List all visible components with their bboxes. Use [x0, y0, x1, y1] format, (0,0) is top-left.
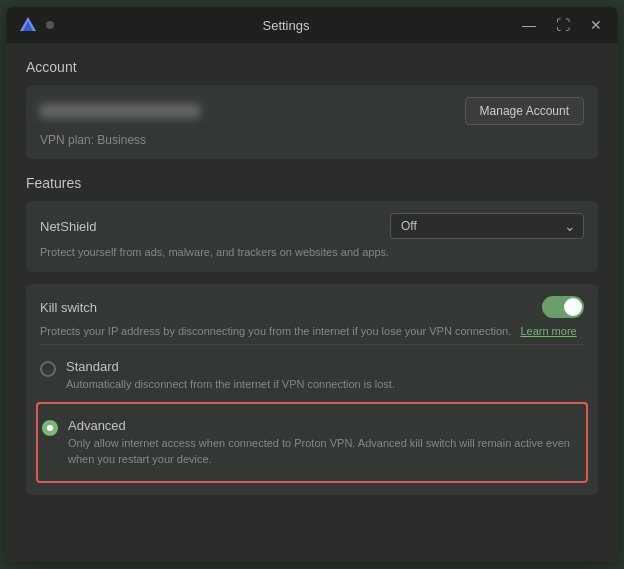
manage-account-button[interactable]: Manage Account	[465, 97, 584, 125]
window-controls: — ⛶ ✕	[518, 16, 606, 34]
kill-switch-learn-more[interactable]: Learn more	[520, 325, 576, 337]
advanced-option-highlight: Advanced Only allow internet access when…	[36, 402, 588, 483]
advanced-text: Advanced Only allow internet access when…	[68, 418, 582, 467]
kill-switch-description: Protects your IP address by disconnectin…	[40, 324, 584, 339]
account-email-blurred	[40, 104, 200, 118]
standard-radio[interactable]	[40, 361, 56, 377]
netshield-dropdown-wrapper[interactable]: Off Block malware only Block ads, tracke…	[390, 213, 584, 239]
account-card: Manage Account VPN plan: Business	[26, 85, 598, 159]
netshield-description: Protect yourself from ads, malware, and …	[40, 245, 584, 260]
titlebar-dot-icon	[46, 21, 54, 29]
kill-switch-label: Kill switch	[40, 300, 97, 315]
minimize-button[interactable]: —	[518, 16, 540, 34]
standard-label: Standard	[66, 359, 584, 374]
standard-option[interactable]: Standard Automatically disconnect from t…	[40, 349, 584, 402]
kill-switch-header: Kill switch	[40, 296, 584, 318]
advanced-description: Only allow internet access when connecte…	[68, 436, 582, 467]
account-top-row: Manage Account	[40, 97, 584, 125]
kill-switch-card: Kill switch Protects your IP address by …	[26, 284, 598, 495]
standard-description: Automatically disconnect from the intern…	[66, 377, 584, 392]
advanced-label: Advanced	[68, 418, 582, 433]
protonvpn-logo-icon	[18, 15, 38, 35]
account-section-title: Account	[26, 59, 598, 75]
netshield-card: NetShield Off Block malware only Block a…	[26, 201, 598, 272]
kill-switch-toggle[interactable]	[542, 296, 584, 318]
close-button[interactable]: ✕	[586, 16, 606, 34]
advanced-radio[interactable]	[42, 420, 58, 436]
settings-content: Account Manage Account VPN plan: Busines…	[6, 43, 618, 562]
standard-text: Standard Automatically disconnect from t…	[66, 359, 584, 392]
netshield-row: NetShield Off Block malware only Block a…	[40, 213, 584, 239]
netshield-label: NetShield	[40, 219, 96, 234]
netshield-dropdown[interactable]: Off Block malware only Block ads, tracke…	[390, 213, 584, 239]
vpn-plan-label: VPN plan: Business	[40, 133, 584, 147]
advanced-option[interactable]: Advanced Only allow internet access when…	[42, 408, 582, 477]
settings-window: Settings — ⛶ ✕ Account Manage Account VP…	[6, 7, 618, 562]
titlebar-logo	[18, 15, 54, 35]
resize-button[interactable]: ⛶	[552, 16, 574, 34]
kill-switch-divider	[40, 344, 584, 345]
titlebar: Settings — ⛶ ✕	[6, 7, 618, 43]
window-title: Settings	[54, 18, 518, 33]
features-section-title: Features	[26, 175, 598, 191]
